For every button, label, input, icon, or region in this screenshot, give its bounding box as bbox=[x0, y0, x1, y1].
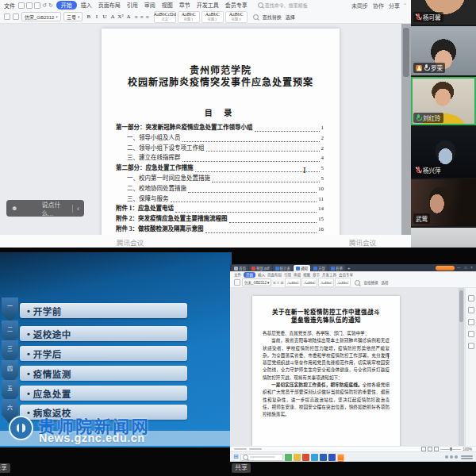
upgrade-member-button[interactable] bbox=[436, 266, 455, 271]
ribbon-tab[interactable]: 视图 bbox=[303, 272, 310, 277]
document-tab[interactable]: 通知 bbox=[294, 265, 310, 271]
emoji-icon[interactable]: ☻ bbox=[11, 205, 39, 212]
save-icon[interactable] bbox=[18, 2, 25, 9]
document-page[interactable]: 贵州师范学院 校园新冠肺炎疫情突发事件应急处置预案 目 录 第一部分：突发新冠肺… bbox=[102, 29, 340, 235]
comment-icon[interactable] bbox=[468, 307, 474, 313]
print-icon[interactable] bbox=[26, 2, 33, 9]
ribbon-action[interactable]: 未同步 bbox=[351, 2, 368, 10]
participant-video[interactable]: 刘红玲 bbox=[411, 77, 476, 125]
ribbon-tab[interactable]: 开始 bbox=[56, 1, 77, 10]
taskbar-search[interactable] bbox=[240, 454, 283, 461]
ribbon-action[interactable]: 分享 bbox=[389, 2, 400, 10]
format-button[interactable]: B bbox=[85, 13, 92, 20]
participant-video[interactable]: 武莺 bbox=[411, 179, 476, 226]
document-tab[interactable]: 预案.pdf bbox=[249, 265, 272, 271]
format-button[interactable]: A bbox=[109, 13, 116, 20]
ribbon-tab[interactable]: 章节 bbox=[177, 1, 193, 10]
start-button[interactable]: ⊞ bbox=[233, 454, 239, 460]
volume-icon[interactable] bbox=[450, 455, 453, 459]
window-controls[interactable]: — □ × bbox=[457, 266, 474, 270]
format-painter-icon[interactable] bbox=[13, 13, 19, 20]
ribbon-tab[interactable]: 文件 bbox=[234, 272, 241, 277]
style-card[interactable]: AaBbC bbox=[335, 278, 351, 287]
taskbar-app-icon[interactable] bbox=[320, 454, 327, 461]
taskbar-app-icon[interactable] bbox=[302, 454, 309, 461]
ribbon-tab[interactable]: 审阅 bbox=[294, 272, 301, 277]
ribbon-tab[interactable]: 插入 bbox=[258, 272, 265, 277]
file-menu[interactable]: 文件 bbox=[4, 2, 15, 10]
taskbar-clock[interactable] bbox=[461, 455, 473, 459]
taskbar-app-icon[interactable] bbox=[328, 454, 336, 461]
ribbon-tab[interactable]: 开始 bbox=[244, 272, 255, 278]
ribbon-tab[interactable]: 审阅 bbox=[142, 1, 158, 10]
quick-access-toolbar[interactable]: ↺ ↻ bbox=[18, 2, 53, 9]
ribbon-tab[interactable]: 会员专享 bbox=[223, 1, 250, 10]
scrollbar-thumb[interactable] bbox=[459, 290, 463, 322]
format-button[interactable]: I bbox=[93, 13, 100, 20]
ribbon-tab[interactable]: 插入 bbox=[79, 1, 94, 10]
ribbon-search[interactable]: 查找命令、搜索模板 bbox=[258, 2, 308, 9]
taskbar-app-icon[interactable] bbox=[337, 454, 344, 461]
format-button[interactable]: U bbox=[101, 13, 108, 20]
style-card[interactable]: AaBbCcDd正文 bbox=[154, 11, 176, 23]
ribbon-tab[interactable]: 开发工具 bbox=[322, 272, 336, 277]
participant-video[interactable]: 杨可馨 bbox=[411, 0, 476, 25]
weather-icon[interactable] bbox=[445, 455, 448, 459]
style-card[interactable]: AaBbC标题 2 bbox=[202, 11, 224, 23]
ribbon-tab[interactable]: 引用 bbox=[125, 1, 140, 10]
align-center-icon[interactable]: ≡ bbox=[140, 14, 144, 20]
taskbar-app-icon[interactable] bbox=[294, 454, 301, 461]
document-tab[interactable]: 名单 bbox=[328, 265, 345, 271]
bold-button[interactable]: B bbox=[273, 281, 275, 285]
collapse-ribbon-icon[interactable]: ⌃ bbox=[403, 2, 407, 8]
select-button[interactable]: 选择 bbox=[286, 13, 295, 21]
font-family-select[interactable]: 仿宋_GB2312 ▾ bbox=[21, 12, 61, 21]
ribbon-action[interactable]: 协作 bbox=[373, 2, 384, 10]
new-tab-button[interactable]: + bbox=[346, 265, 352, 271]
ribbon-tab[interactable]: 开发工具 bbox=[194, 1, 221, 10]
document-tab[interactable]: 统计表 bbox=[273, 265, 294, 271]
scrollbar-vertical[interactable] bbox=[459, 288, 464, 446]
tools-icon[interactable] bbox=[468, 331, 474, 337]
redo-icon[interactable]: ↻ bbox=[48, 2, 53, 9]
find-replace-button[interactable]: 查找替换 bbox=[263, 13, 282, 21]
style-card[interactable]: AaBbC标题 1 bbox=[178, 11, 200, 23]
scrollbar-vertical[interactable] bbox=[401, 24, 411, 235]
participant-video[interactable]: 罗荣 bbox=[411, 26, 476, 75]
align-left-icon[interactable]: ≡ bbox=[134, 14, 137, 20]
document-page[interactable]: 关于在新一轮疫情防控工作中建强战斗 堡垒锻造先锋队伍的通知 各基层党委、直属党支… bbox=[252, 296, 400, 446]
select-button[interactable]: 选择 bbox=[381, 280, 388, 285]
chat-input-bar[interactable]: ☻ 说点什么... ‹ bbox=[6, 200, 84, 217]
help-icon[interactable] bbox=[468, 343, 474, 349]
numbered-list-icon[interactable]: ≡ bbox=[146, 14, 149, 20]
style-card[interactable]: AaBbC bbox=[285, 278, 301, 287]
ribbon-tab[interactable]: 会员专享 bbox=[339, 272, 353, 277]
participant-video[interactable] bbox=[411, 228, 476, 248]
participant-video[interactable]: 杨兴萍 bbox=[411, 127, 476, 178]
font-size-select[interactable]: 三号 ▾ bbox=[63, 12, 83, 21]
format-button[interactable]: A bbox=[125, 13, 132, 20]
italic-button[interactable]: I bbox=[278, 281, 279, 285]
chat-collapse-icon[interactable]: ‹ bbox=[72, 205, 79, 213]
document-tab[interactable]: 首页 bbox=[232, 265, 248, 271]
preview-icon[interactable] bbox=[34, 2, 40, 9]
style-card[interactable]: AaBbC bbox=[301, 278, 317, 287]
undo-icon[interactable]: ↺ bbox=[42, 2, 47, 9]
edit-icon[interactable] bbox=[468, 295, 474, 301]
style-card[interactable]: AaBbC bbox=[318, 278, 334, 287]
ribbon-tab[interactable]: 章节 bbox=[313, 272, 320, 277]
style-card[interactable]: AaBbC标题 3 bbox=[225, 11, 248, 23]
format-button[interactable]: X² bbox=[117, 13, 124, 20]
ribbon-tab[interactable]: 视图 bbox=[159, 1, 175, 10]
paste-button[interactable] bbox=[4, 13, 10, 20]
find-replace-button[interactable]: 查找替换 bbox=[363, 280, 378, 285]
ribbon-tab[interactable]: 页面布局 bbox=[267, 272, 282, 277]
ribbon-tab[interactable]: 页面布局 bbox=[96, 1, 123, 10]
paste-button[interactable] bbox=[234, 279, 240, 286]
taskbar-app-icon[interactable] bbox=[311, 454, 318, 461]
zoom-slider[interactable] bbox=[440, 449, 461, 450]
outline-icon[interactable] bbox=[468, 319, 474, 325]
align-icons[interactable]: ≡ bbox=[280, 280, 283, 286]
font-family-select[interactable]: 仿宋_GB2312 ▾ bbox=[242, 278, 271, 286]
scrollbar-thumb[interactable] bbox=[403, 28, 409, 77]
